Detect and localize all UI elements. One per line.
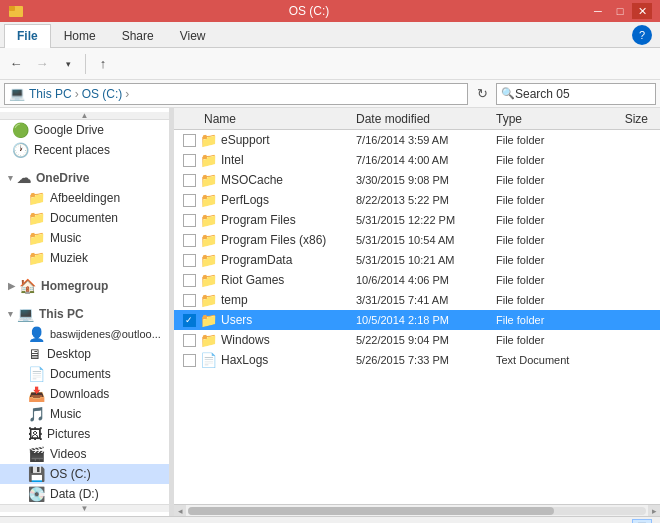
breadcrumb-osc[interactable]: OS (C:)	[82, 87, 123, 101]
row-date-col: 5/22/2015 9:04 PM	[356, 334, 496, 346]
sidebar-item-user[interactable]: 👤 baswijdenes@outloo...	[0, 324, 169, 344]
row-checkbox[interactable]	[183, 354, 196, 367]
file-row[interactable]: 📁 PerfLogs 8/22/2013 5:22 PM File folder	[174, 190, 660, 210]
row-name-label: Intel	[221, 153, 244, 167]
sidebar-item-desktop[interactable]: 🖥 Desktop	[0, 344, 169, 364]
row-name-col: 📁 Program Files (x86)	[200, 232, 356, 248]
row-checkbox[interactable]	[183, 274, 196, 287]
row-name-label: Windows	[221, 333, 270, 347]
refresh-button[interactable]: ↻	[471, 83, 493, 105]
up-button[interactable]: ↑	[91, 52, 115, 76]
row-checkbox[interactable]	[183, 194, 196, 207]
search-box[interactable]: 🔍	[496, 83, 656, 105]
sidebar-item-downloads[interactable]: 📥 Downloads	[0, 384, 169, 404]
user-icon: 👤	[28, 326, 45, 342]
file-row[interactable]: 📁 MSOCache 3/30/2015 9:08 PM File folder	[174, 170, 660, 190]
file-row[interactable]: 📁 eSupport 7/16/2014 3:59 AM File folder	[174, 130, 660, 150]
breadcrumb-sep2: ›	[125, 87, 129, 101]
file-row[interactable]: 📁 Program Files 5/31/2015 12:22 PM File …	[174, 210, 660, 230]
row-checkbox[interactable]	[183, 154, 196, 167]
search-input[interactable]	[515, 87, 635, 101]
hscroll-track[interactable]	[188, 507, 646, 515]
sidebar-item-googledrive[interactable]: 🟢 Google Drive	[0, 120, 169, 140]
sidebar-item-osc[interactable]: 💾 OS (C:)	[0, 464, 169, 484]
row-name-col: 📁 Intel	[200, 152, 356, 168]
row-check-col	[178, 294, 200, 307]
sidebar-item-recentplaces[interactable]: 🕐 Recent places	[0, 140, 169, 160]
file-row[interactable]: 📁 Users 10/5/2014 2:18 PM File folder	[174, 310, 660, 330]
list-view-button[interactable]: ☰	[632, 519, 652, 524]
header-type[interactable]: Type	[496, 112, 596, 126]
row-checkbox[interactable]	[183, 214, 196, 227]
row-check-col	[178, 234, 200, 247]
help-button[interactable]: ?	[632, 25, 652, 45]
tab-file[interactable]: File	[4, 24, 51, 48]
header-size[interactable]: Size	[596, 112, 656, 126]
file-row[interactable]: 📁 Windows 5/22/2015 9:04 PM File folder	[174, 330, 660, 350]
sidebar-item-muziek[interactable]: 📁 Muziek	[0, 248, 169, 268]
hscroll-left-btn[interactable]: ◂	[174, 505, 186, 517]
folder-icon: 📁	[200, 192, 217, 208]
maximize-button[interactable]: □	[610, 3, 630, 19]
horizontal-scrollbar[interactable]: ◂ ▸	[174, 504, 660, 516]
row-checkbox[interactable]	[183, 174, 196, 187]
row-checkbox[interactable]	[183, 334, 196, 347]
row-checkbox[interactable]	[183, 134, 196, 147]
sidebar-item-documents[interactable]: 📄 Documents	[0, 364, 169, 384]
folder-icon: 📁	[200, 252, 217, 268]
header-date[interactable]: Date modified	[356, 112, 496, 126]
sidebar-pictures-label: Pictures	[47, 427, 90, 441]
folder-muziek-icon: 📁	[28, 250, 45, 266]
row-date-col: 5/31/2015 10:21 AM	[356, 254, 496, 266]
breadcrumb-sep1: ›	[75, 87, 79, 101]
back-button[interactable]: ←	[4, 52, 28, 76]
search-icon: 🔍	[501, 87, 515, 100]
sidebar-item-videos[interactable]: 🎬 Videos	[0, 444, 169, 464]
sidebar-scroll-down[interactable]: ▼	[0, 504, 169, 512]
sidebar-item-music[interactable]: 🎵 Music	[0, 404, 169, 424]
file-row[interactable]: 📁 Program Files (x86) 5/31/2015 10:54 AM…	[174, 230, 660, 250]
file-row[interactable]: 📁 Riot Games 10/6/2014 4:06 PM File fold…	[174, 270, 660, 290]
sidebar-item-datad[interactable]: 💽 Data (D:)	[0, 484, 169, 504]
row-name-label: Program Files	[221, 213, 296, 227]
file-list: 📁 eSupport 7/16/2014 3:59 AM File folder…	[174, 130, 660, 504]
sidebar-homegroup-header[interactable]: ▶ 🏠 Homegroup	[0, 274, 169, 296]
sidebar-thispc-header[interactable]: ▾ 💻 This PC	[0, 302, 169, 324]
onedrive-arrow-icon: ▾	[8, 173, 13, 183]
sidebar-scroll-up[interactable]: ▲	[0, 112, 169, 120]
music-icon: 🎵	[28, 406, 45, 422]
row-checkbox[interactable]	[183, 234, 196, 247]
sidebar-item-afbeeldingen[interactable]: 📁 Afbeeldingen	[0, 188, 169, 208]
file-row[interactable]: 📁 Intel 7/16/2014 4:00 AM File folder	[174, 150, 660, 170]
hscroll-right-btn[interactable]: ▸	[648, 505, 660, 517]
details-view-button[interactable]: ⊞	[608, 519, 628, 524]
file-row[interactable]: 📄 HaxLogs 5/26/2015 7:33 PM Text Documen…	[174, 350, 660, 370]
toolbar: ← → ▾ ↑	[0, 48, 660, 80]
datad-drive-icon: 💽	[28, 486, 45, 502]
thispc-arrow-icon: ▾	[8, 309, 13, 319]
sidebar-item-documenten[interactable]: 📁 Documenten	[0, 208, 169, 228]
breadcrumb-thispc[interactable]: This PC	[29, 87, 72, 101]
header-name[interactable]: Name	[200, 112, 356, 126]
recent-locations-button[interactable]: ▾	[56, 52, 80, 76]
row-checkbox[interactable]	[183, 254, 196, 267]
breadcrumb[interactable]: 💻 This PC › OS (C:) ›	[4, 83, 468, 105]
file-list-header: Name Date modified Type Size	[174, 108, 660, 130]
file-row[interactable]: 📁 temp 3/31/2015 7:41 AM File folder	[174, 290, 660, 310]
close-button[interactable]: ✕	[632, 3, 652, 19]
forward-button[interactable]: →	[30, 52, 54, 76]
pictures-icon: 🖼	[28, 426, 42, 442]
hscroll-thumb[interactable]	[188, 507, 554, 515]
sidebar-onedrive-header[interactable]: ▾ ☁ OneDrive	[0, 166, 169, 188]
tab-share[interactable]: Share	[109, 24, 167, 47]
minimize-button[interactable]: ─	[588, 3, 608, 19]
row-checkbox[interactable]	[183, 294, 196, 307]
sidebar-item-pictures[interactable]: 🖼 Pictures	[0, 424, 169, 444]
row-name-label: Riot Games	[221, 273, 284, 287]
row-type-col: File folder	[496, 194, 596, 206]
row-checkbox[interactable]	[183, 314, 196, 327]
sidebar-item-music-onedrive[interactable]: 📁 Music	[0, 228, 169, 248]
file-row[interactable]: 📁 ProgramData 5/31/2015 10:21 AM File fo…	[174, 250, 660, 270]
tab-home[interactable]: Home	[51, 24, 109, 47]
tab-view[interactable]: View	[167, 24, 219, 47]
